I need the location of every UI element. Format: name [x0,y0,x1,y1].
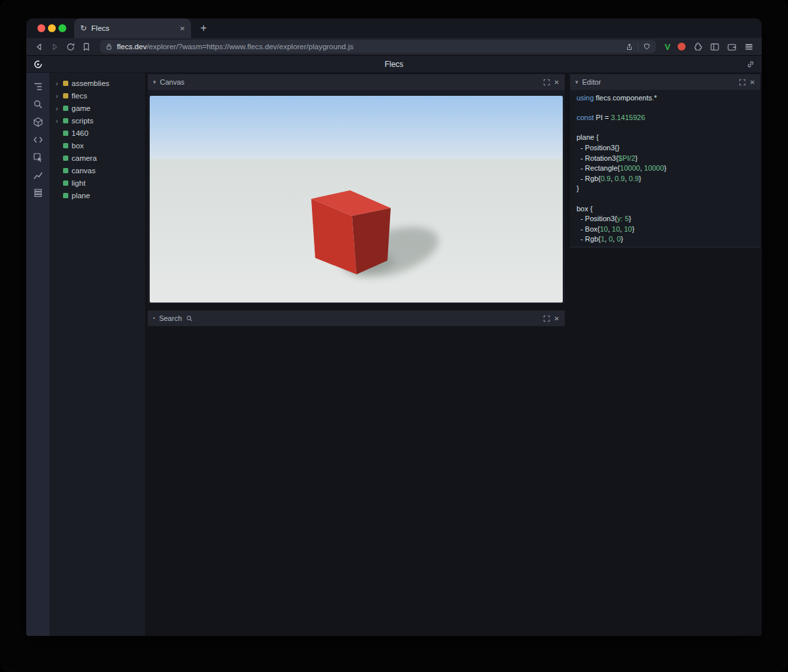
search-panel-title: Search [159,314,182,322]
wallet-icon[interactable] [727,42,737,52]
tree-item-label: box [72,142,84,150]
code-line: plane { [577,133,754,143]
share-icon[interactable] [625,43,634,51]
entity-color-square [63,106,68,111]
search-icon[interactable] [32,98,43,110]
entity-color-square [63,180,68,186]
url-text: flecs.dev/explorer/?wasm=https://www.fle… [117,43,621,51]
entity-color-square [63,156,68,161]
expand-arrow-icon[interactable]: › [54,117,60,125]
entity-color-square [63,193,68,198]
desktop: ↻ Flecs ✕ + flecs.d [0,0,788,672]
close-icon[interactable]: ✕ [554,315,559,322]
expand-arrow-icon[interactable]: › [54,104,60,112]
canvas-3d-view[interactable] [148,90,565,304]
expand-icon[interactable] [543,79,550,86]
entity-color-square [63,93,68,98]
rows-icon[interactable] [32,187,43,198]
chevron-down-icon[interactable]: ▾ [575,79,579,85]
editor-panel-header[interactable]: ▾ Editor ✕ [570,74,760,90]
bookmark-icon[interactable] [81,42,91,52]
brave-shield-icon[interactable] [638,43,651,51]
code-editor[interactable]: using flecs.components.* const PI = 3.14… [570,90,760,247]
browser-tab[interactable]: ↻ Flecs ✕ [74,18,191,38]
editor-panel-title: Editor [582,78,602,86]
code-line: box { [577,204,754,215]
window-close-button[interactable] [37,24,45,32]
code-icon[interactable] [32,134,43,145]
inspect-icon[interactable] [32,152,43,163]
entity-color-square [63,168,68,173]
canvas-panel: ▾ Canvas ✕ [148,74,565,304]
tab-close-icon[interactable]: ✕ [180,25,185,32]
search-panel: • Search ✕ [148,310,565,326]
app-body: ›assemblies›flecs›game›scripts1460boxcam… [26,73,762,636]
code-line: - Rectangle{10000, 10000} [577,163,754,174]
close-icon[interactable]: ✕ [750,79,755,86]
code-line [577,123,754,133]
code-line: const PI = 3.1415926 [577,113,754,123]
reload-button[interactable] [66,42,76,52]
tree-item-canvas[interactable]: canvas [49,164,145,177]
code-line: - Position3{} [577,143,754,154]
sky [150,96,563,161]
url-domain: flecs.dev [117,43,146,51]
expand-icon[interactable] [543,315,550,322]
new-tab-button[interactable]: + [200,22,207,35]
puzzle-icon[interactable] [693,42,703,52]
tree-item-scripts[interactable]: ›scripts [49,114,145,127]
tree-item-camera[interactable]: camera [49,152,145,164]
main-area: ▾ Canvas ✕ [145,73,762,636]
sidebar-toggle-icon[interactable] [710,42,720,52]
tree-item-light[interactable]: light [49,177,145,189]
entity-color-square [63,131,68,136]
tree-item-game[interactable]: ›game [49,102,145,114]
tree-item-assemblies[interactable]: ›assemblies [49,77,145,89]
menu-icon[interactable] [744,42,754,52]
expand-arrow-icon[interactable]: › [54,79,60,87]
expand-arrow-icon[interactable]: › [54,92,60,100]
bullet-icon[interactable]: • [153,315,155,322]
chart-icon[interactable] [32,169,43,180]
url-bar[interactable]: flecs.dev/explorer/?wasm=https://www.fle… [100,40,656,53]
code-line: - Box{10, 10, 10} [577,224,754,235]
window-minimize-button[interactable] [48,24,56,32]
link-icon[interactable] [746,60,755,69]
window-zoom-button[interactable] [58,24,66,32]
code-line: - Rgb{0.9, 0.9, 0.9} [577,174,754,184]
code-line [577,194,754,204]
tree-item-label: camera [72,154,97,162]
entity-tree: ›assemblies›flecs›game›scripts1460boxcam… [49,73,145,636]
tree-item-box[interactable]: box [49,139,145,152]
expand-icon[interactable] [739,79,746,86]
code-line: - Rgb{1, 0, 0} [577,234,754,245]
chevron-down-icon[interactable]: ▾ [153,79,156,85]
tree-item-label: canvas [72,167,95,175]
tree-item-1460[interactable]: 1460 [49,127,145,139]
page-title: Flecs [26,60,762,69]
tab-title: Flecs [91,24,175,32]
browser-window: ↻ Flecs ✕ + flecs.d [26,18,762,636]
tree-item-label: assemblies [72,79,110,87]
tree-item-label: flecs [72,92,87,100]
tab-strip: ↻ Flecs ✕ + [26,18,762,38]
code-line: } [577,184,754,194]
cube-icon[interactable] [32,116,43,127]
tree-item-label: game [72,104,91,112]
extension-v-icon[interactable]: V [665,42,670,52]
tree-item-plane[interactable]: plane [49,189,145,201]
close-icon[interactable]: ✕ [554,79,559,86]
back-button[interactable] [34,42,44,52]
canvas-panel-header[interactable]: ▾ Canvas ✕ [148,74,565,90]
forward-button[interactable] [50,42,60,52]
extension-red-icon[interactable] [678,43,686,51]
toolbar-extensions: V [665,42,754,52]
entity-color-square [63,81,68,86]
magnifier-icon [186,315,193,322]
tree-item-flecs[interactable]: ›flecs [49,89,145,102]
hierarchy-icon[interactable] [32,81,43,92]
flecs-favicon-icon: ↻ [80,24,87,33]
search-panel-header[interactable]: • Search ✕ [148,310,565,326]
flecs-logo-icon[interactable] [33,59,43,70]
entity-color-square [63,143,68,148]
